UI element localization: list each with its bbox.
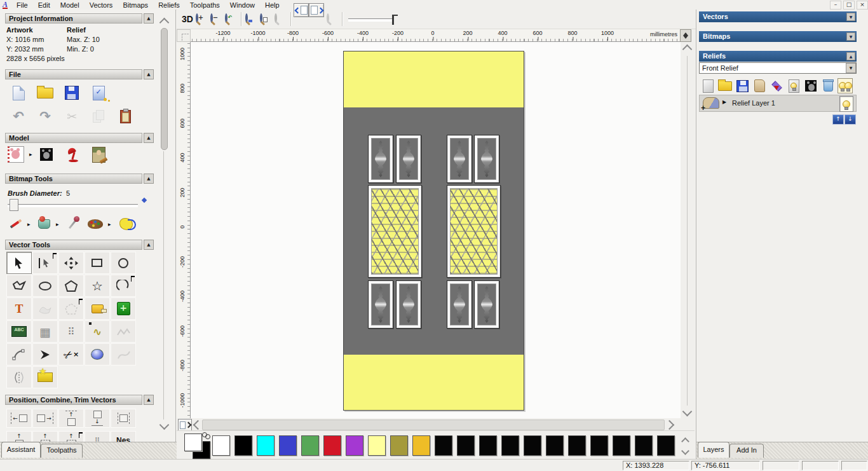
delete-layer-button[interactable] xyxy=(820,78,836,93)
move-layer-up-button[interactable]: ↑ xyxy=(832,114,844,125)
new-relief-layer-button[interactable] xyxy=(700,78,715,93)
collapse-position-section-button[interactable]: ▲ xyxy=(144,395,154,405)
menu-file[interactable]: File xyxy=(11,1,33,9)
zoom-box-button[interactable] xyxy=(245,14,248,22)
toggle-bitmap-view-button[interactable] xyxy=(294,3,309,17)
palette-swatch[interactable] xyxy=(479,435,497,456)
layer-preview-button[interactable] xyxy=(786,78,801,93)
tool-node-editing[interactable] xyxy=(32,252,58,274)
paint-tool-button[interactable] xyxy=(6,214,25,233)
units-spinner[interactable] xyxy=(680,29,691,42)
collapse-vector-tools-button[interactable]: ▲ xyxy=(144,240,154,250)
palette-flyout-icon[interactable]: ▶ xyxy=(108,222,111,226)
palette-swatch[interactable] xyxy=(390,435,408,456)
toggle-all-layers-button[interactable] xyxy=(837,78,853,93)
palette-swatch[interactable] xyxy=(234,435,252,456)
collapse-model-section-button[interactable]: ▲ xyxy=(144,133,154,143)
save-relief-button[interactable] xyxy=(735,78,750,93)
open-model-button[interactable] xyxy=(34,83,56,102)
model-size-flyout-icon[interactable]: ▶ xyxy=(29,152,32,156)
add-layer-plus[interactable]: + xyxy=(701,104,705,113)
tool-create-polygon[interactable] xyxy=(58,275,84,297)
canvas-scroll-down-icon[interactable] xyxy=(682,407,693,417)
tool-create-ellipse[interactable] xyxy=(32,275,58,297)
palette-swatch[interactable] xyxy=(501,435,519,456)
expand-layer-icon[interactable]: ▶ xyxy=(722,99,726,105)
canvas-vscrollbar-track[interactable] xyxy=(687,56,688,406)
align-bottom-button[interactable]: ↓ xyxy=(85,409,110,428)
tool-mirror-vectors[interactable] xyxy=(6,366,32,388)
palette-swatch[interactable] xyxy=(279,435,297,456)
texture-relief-button[interactable] xyxy=(88,144,109,165)
vectors-panel-header[interactable]: Vectors xyxy=(699,11,857,22)
position-combine-trim-header[interactable]: Position, Combine, Trim Vectors xyxy=(5,395,142,405)
zoom-in-button[interactable]: + xyxy=(196,14,198,22)
model-section-header[interactable]: Model xyxy=(5,133,142,143)
redo-button[interactable]: ↷ xyxy=(34,107,56,126)
canvas-scroll-left-icon[interactable] xyxy=(193,420,203,430)
relief-selector-arrow-button[interactable]: ▼ xyxy=(846,63,856,73)
tool-weave-wrap[interactable] xyxy=(85,343,110,365)
ruler-origin-button[interactable] xyxy=(177,29,191,42)
greyscale-preview-button[interactable] xyxy=(803,78,818,93)
zoom-out-button[interactable]: − xyxy=(210,14,213,22)
palette-swatch[interactable] xyxy=(412,435,430,456)
tool-create-arc[interactable] xyxy=(111,275,136,297)
move-layer-down-button[interactable]: ↓ xyxy=(844,114,856,125)
menu-help[interactable]: Help xyxy=(260,1,285,9)
import-relief-button[interactable] xyxy=(752,78,767,93)
menu-edit[interactable]: Edit xyxy=(33,1,55,9)
tool-vector-text-block[interactable]: ABC xyxy=(6,320,32,343)
menu-model[interactable]: Model xyxy=(55,1,85,9)
paste-button[interactable] xyxy=(114,107,136,126)
tab-add-in[interactable]: Add In xyxy=(729,444,764,458)
palette-swatch[interactable] xyxy=(524,435,541,456)
tab-toolpaths[interactable]: Toolpaths xyxy=(41,444,83,458)
file-section-header[interactable]: File xyxy=(5,69,142,79)
vector-tools-header[interactable]: Vector Tools xyxy=(5,240,142,250)
palette-swatch[interactable] xyxy=(590,435,608,456)
tool-fit-polyline-disabled[interactable] xyxy=(111,320,136,343)
brush-diameter-slider-track[interactable] xyxy=(8,204,138,207)
menu-vectors[interactable]: Vectors xyxy=(85,1,118,9)
tool-offset-vectors-disabled[interactable] xyxy=(58,297,84,320)
flood-fill-button[interactable] xyxy=(34,214,53,233)
paint-flyout-icon[interactable]: ▶ xyxy=(27,222,31,226)
palette-swatch[interactable] xyxy=(457,435,475,456)
page-flip-button[interactable] xyxy=(178,419,192,431)
palette-swatch[interactable] xyxy=(657,435,675,456)
model-design[interactable] xyxy=(343,51,524,411)
expand-vectors-button[interactable]: ▼ xyxy=(846,13,855,21)
palette-swatch[interactable] xyxy=(635,435,653,456)
pick-colour-button[interactable] xyxy=(64,214,81,233)
collapse-file-section-button[interactable]: ▲ xyxy=(144,69,154,79)
tool-create-vector-boundary[interactable]: ★ xyxy=(32,366,58,388)
menu-window[interactable]: Window xyxy=(225,1,260,9)
zoom-fit-button[interactable] xyxy=(260,14,262,22)
minimize-button[interactable]: – xyxy=(830,1,841,10)
align-left-button[interactable]: ← xyxy=(6,409,32,428)
primary-colour-well[interactable] xyxy=(184,433,202,451)
canvas-scroll-up-icon[interactable] xyxy=(682,44,693,55)
project-information-header[interactable]: Project Information xyxy=(5,13,142,24)
collapse-reliefs-button[interactable]: ▲ xyxy=(846,52,855,60)
tool-create-polyline[interactable] xyxy=(6,275,32,297)
tool-trim-vectors[interactable]: ✂× xyxy=(58,343,84,365)
zoom-objects-button-disabled[interactable] xyxy=(275,14,277,22)
tool-create-circle[interactable] xyxy=(111,252,136,274)
tool-transform-vectors[interactable] xyxy=(58,252,84,274)
palette-swatch[interactable] xyxy=(212,435,230,456)
set-model-size-button[interactable] xyxy=(5,144,27,165)
zoom-previous-button[interactable]: ↶ xyxy=(225,14,227,22)
flood-fill-flyout-icon[interactable]: ▶ xyxy=(56,222,59,226)
palette-swatch[interactable] xyxy=(368,435,386,456)
expand-bitmaps-button[interactable]: ▼ xyxy=(846,32,855,41)
tool-create-rectangle[interactable] xyxy=(85,252,110,274)
tab-layers[interactable]: Layers xyxy=(698,442,729,458)
new-model-button[interactable] xyxy=(8,83,29,102)
layer-visibility-button[interactable] xyxy=(839,96,853,112)
brush-diameter-slider-handle[interactable] xyxy=(10,199,18,211)
menu-bitmaps[interactable]: Bitmaps xyxy=(118,1,153,9)
tool-select-vectors[interactable] xyxy=(6,252,32,274)
contrast-slider-handle[interactable] xyxy=(392,15,398,25)
